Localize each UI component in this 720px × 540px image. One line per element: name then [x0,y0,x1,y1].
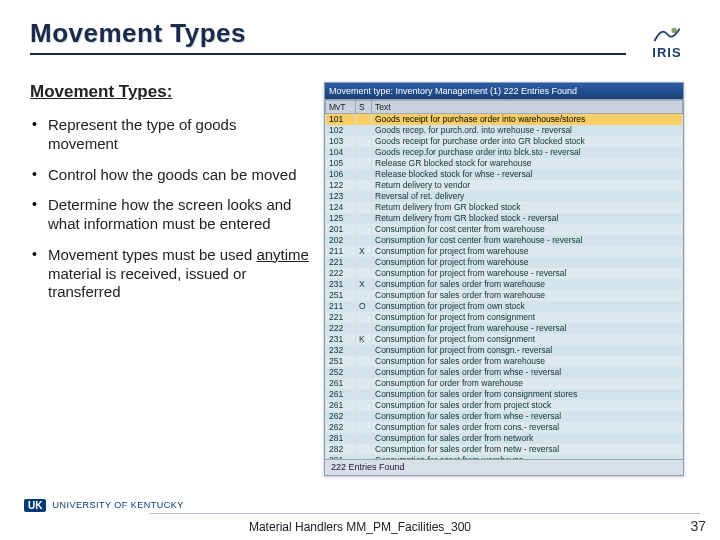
table-row[interactable]: 201Consumption for cost center from ware… [326,224,683,235]
table-row[interactable]: 232Consumption for project from consgn.-… [326,345,683,356]
page-title: Movement Types [30,18,626,55]
table-row[interactable]: 202Consumption for cost center from ware… [326,235,683,246]
table-row[interactable]: 261Consumption for sales order from cons… [326,389,683,400]
cell-s: K [356,334,372,345]
bullet-text-under: anytime [256,246,309,263]
table-row[interactable]: 231KConsumption for project from consign… [326,334,683,345]
table-row[interactable]: 103Goods receipt for purchase order into… [326,136,683,147]
cell-text: Return delivery from GR blocked stock - … [372,213,683,224]
table-row[interactable]: 123Reversal of ret. delivery [326,191,683,202]
table-row[interactable]: 101Goods receipt for purchase order into… [326,114,683,126]
cell-mvt: 251 [326,290,356,301]
content-right: Movement type: Inventory Management (1) … [324,82,698,476]
subtitle: Movement Types: [30,82,310,102]
cell-text: Consumption for project from warehouse -… [372,268,683,279]
table-row[interactable]: 104Goods recep.for purchase order into b… [326,147,683,158]
table-row[interactable]: 231XConsumption for sales order from war… [326,279,683,290]
table-row[interactable]: 221Consumption for project from consignm… [326,312,683,323]
footer-rule [150,513,700,514]
cell-s [356,257,372,268]
table-scroll[interactable]: MvT S Text 101Goods receipt for purchase… [325,99,683,459]
cell-text: Reversal of ret. delivery [372,191,683,202]
page-number: 37 [690,518,706,534]
cell-s: X [356,246,372,257]
table-row[interactable]: 211OConsumption for project from own sto… [326,301,683,312]
cell-text: Consumption for sales order from cons.- … [372,422,683,433]
logo-text: IRIS [652,45,681,60]
cell-text: Consumption for order from warehouse [372,378,683,389]
cell-mvt: 125 [326,213,356,224]
table-row[interactable]: 281Consumption for sales order from netw… [326,433,683,444]
cell-mvt: 221 [326,312,356,323]
bullet-list: Represent the type of goods movement Con… [30,116,310,302]
cell-mvt: 106 [326,169,356,180]
cell-text: Consumption for sales order from network [372,433,683,444]
table-row[interactable]: 251Consumption for sales order from ware… [326,290,683,301]
cell-s [356,422,372,433]
cell-s [356,367,372,378]
table-row[interactable]: 261Consumption for sales order from proj… [326,400,683,411]
slide: Movement Types IRIS Movement Types: Repr… [0,0,720,540]
table-row[interactable]: 262Consumption for sales order from cons… [326,422,683,433]
cell-mvt: 282 [326,444,356,455]
table-row[interactable]: 106Release blocked stock for whse - reve… [326,169,683,180]
cell-mvt: 101 [326,114,356,126]
table-row[interactable]: 211XConsumption for project from warehou… [326,246,683,257]
window-title: Movement type: Inventory Management (1) … [329,86,577,96]
table-row[interactable]: 105Release GR blocked stock for warehous… [326,158,683,169]
cell-s [356,158,372,169]
cell-mvt: 102 [326,125,356,136]
sap-window: Movement type: Inventory Management (1) … [324,82,684,476]
cell-mvt: 202 [326,235,356,246]
cell-text: Release GR blocked stock for warehouse [372,158,683,169]
cell-mvt: 281 [326,433,356,444]
footer-caption: Material Handlers MM_PM_Facilities_300 [0,520,720,534]
cell-mvt: 252 [326,367,356,378]
cell-s: O [356,301,372,312]
cell-s [356,202,372,213]
col-s[interactable]: S [356,101,372,114]
cell-mvt: 123 [326,191,356,202]
cell-mvt: 262 [326,411,356,422]
cell-text: Consumption for sales order from warehou… [372,290,683,301]
cell-text: Consumption for sales order from warehou… [372,356,683,367]
cell-s [356,114,372,126]
header: Movement Types IRIS [30,18,698,64]
table-row[interactable]: 251Consumption for sales order from ware… [326,356,683,367]
table-row[interactable]: 222Consumption for project from warehous… [326,323,683,334]
table-row[interactable]: 124Return delivery from GR blocked stock [326,202,683,213]
table-row[interactable]: 222Consumption for project from warehous… [326,268,683,279]
uk-badge: UK [24,499,46,512]
table-row[interactable]: 102Goods recep. for purch.ord. into wreh… [326,125,683,136]
cell-mvt: 232 [326,345,356,356]
cell-text: Consumption for sales order from whse - … [372,367,683,378]
table-row[interactable]: 252Consumption for sales order from whse… [326,367,683,378]
uk-logo: UK UNIVERSITY OF KENTUCKY [24,496,184,514]
table-row[interactable]: 261Consumption for order from warehouse [326,378,683,389]
cell-s [356,312,372,323]
iris-logo: IRIS [636,18,698,64]
cell-s [356,356,372,367]
table-row[interactable]: 282Consumption for sales order from netw… [326,444,683,455]
cell-s [356,213,372,224]
cell-mvt: 103 [326,136,356,147]
table-row[interactable]: 122Return delivery to vendor [326,180,683,191]
table-row[interactable]: 262Consumption for sales order from whse… [326,411,683,422]
cell-s [356,180,372,191]
cell-text: Goods receipt for purchase order into wa… [372,114,683,126]
table-row[interactable]: 125Return delivery from GR blocked stock… [326,213,683,224]
cell-text: Goods recep.for purchase order into blck… [372,147,683,158]
cell-s [356,290,372,301]
bullet-item: Represent the type of goods movement [30,116,310,154]
table-row[interactable]: 221Consumption for project from warehous… [326,257,683,268]
cell-text: Consumption for project from warehouse [372,246,683,257]
cell-mvt: 124 [326,202,356,213]
cell-s [356,411,372,422]
cell-text: Consumption for project from consgn.- re… [372,345,683,356]
col-mvt[interactable]: MvT [326,101,356,114]
iris-icon [649,23,685,45]
cell-s [356,345,372,356]
table-body: 101Goods receipt for purchase order into… [326,114,683,460]
col-text[interactable]: Text [372,101,683,114]
cell-s [356,191,372,202]
